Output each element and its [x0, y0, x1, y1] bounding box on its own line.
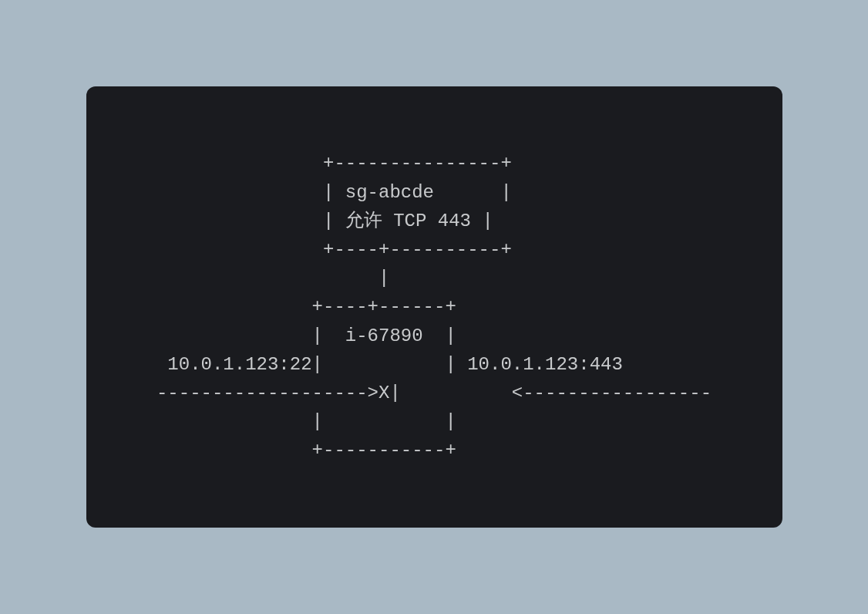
- ascii-network-diagram: +---------------+ | sg-abcde | | 允许 TCP …: [156, 149, 712, 464]
- terminal-panel: +---------------+ | sg-abcde | | 允许 TCP …: [86, 86, 782, 528]
